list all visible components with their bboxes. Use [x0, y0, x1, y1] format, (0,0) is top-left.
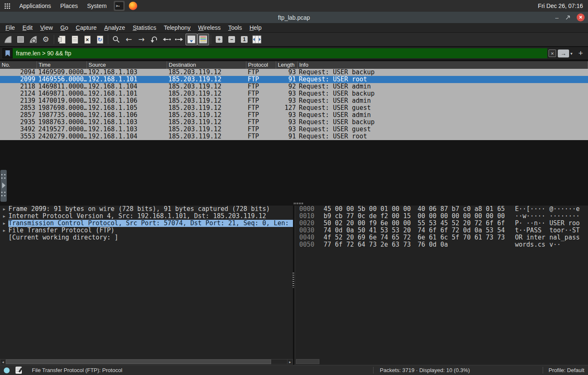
column-header-source[interactable]: Source	[87, 61, 167, 69]
menu-help[interactable]: Help	[246, 24, 265, 31]
hex-row[interactable]: 0010b9 cb 77 0c de f2 00 1500 00 00 00 0…	[295, 213, 588, 220]
packet-row[interactable]: 35532420279.0000…192.168.1.104185.203.11…	[0, 133, 588, 140]
column-header-destination[interactable]: Destination	[167, 61, 246, 69]
filter-dropdown-chevron-icon[interactable]: ▾	[570, 51, 572, 56]
open-file-icon[interactable]	[56, 34, 68, 45]
menu-statistics[interactable]: Statistics	[129, 24, 160, 31]
cell-dst: 185.203.119.12	[167, 126, 246, 133]
menu-go[interactable]: Go	[57, 24, 72, 31]
packet-row[interactable]: 21181469811.0000…192.168.1.104185.203.11…	[0, 83, 588, 90]
detail-line[interactable]: ▸File Transfer Protocol (FTP)	[0, 227, 293, 234]
capture-options-icon[interactable]: ⚙	[39, 34, 52, 45]
packet-row[interactable]: 28571987735.0000…192.168.1.106185.203.11…	[0, 112, 588, 119]
packet-row[interactable]: 34922419527.0000…192.168.1.103185.203.11…	[0, 126, 588, 133]
pane-splitter-dots[interactable]	[294, 203, 303, 204]
desktop-menu-system[interactable]: System	[83, 3, 112, 9]
cell-info: Request: USER backup	[298, 69, 588, 76]
menu-tools[interactable]: Tools	[225, 24, 246, 31]
detail-line[interactable]: ▸Transmission Control Protocol, Src Port…	[0, 220, 293, 227]
expander-icon[interactable]: ▸	[0, 206, 8, 213]
zoom-out-icon[interactable]: −	[225, 34, 238, 45]
start-capture-icon[interactable]	[2, 34, 14, 45]
details-h-scrollbar[interactable]: ◂ ▸	[0, 359, 293, 365]
save-file-icon[interactable]	[68, 34, 81, 45]
close-file-icon[interactable]: ×	[81, 34, 94, 45]
apps-grid-icon[interactable]	[4, 3, 10, 9]
restore-button[interactable]	[564, 13, 572, 22]
firefox-icon[interactable]	[129, 2, 137, 10]
status-profile[interactable]: Profile: Default	[549, 367, 584, 373]
packet-row[interactable]: 20991469556.0000…192.168.1.101185.203.11…	[0, 76, 588, 83]
zoom-original-icon[interactable]: 1	[238, 34, 251, 45]
zoom-in-icon[interactable]: +	[213, 34, 225, 45]
menu-edit[interactable]: Edit	[19, 24, 37, 31]
resize-columns-icon[interactable]	[251, 34, 263, 45]
packet-row[interactable]: 29351988763.0000…192.168.1.103185.203.11…	[0, 119, 588, 126]
find-packet-icon[interactable]	[110, 34, 123, 45]
column-header-no[interactable]: No.	[0, 61, 37, 69]
pane-splitter-handle[interactable]	[0, 170, 7, 202]
expert-info-icon[interactable]	[4, 367, 10, 373]
detail-line[interactable]: ▸Internet Protocol Version 4, Src: 192.1…	[0, 213, 293, 220]
capture-comment-icon[interactable]	[16, 367, 22, 374]
menu-wireless[interactable]: Wireless	[194, 24, 225, 31]
go-last-packet-icon[interactable]	[173, 34, 186, 45]
hex-row[interactable]: 00404f 52 20 69 6e 74 65 726e 61 6c 5f 7…	[295, 234, 588, 241]
menu-view[interactable]: View	[37, 24, 57, 31]
filter-apply-button[interactable]: →	[558, 49, 569, 57]
expander-icon[interactable]: ▸	[0, 220, 8, 227]
packet-row[interactable]: 28531987698.0000…192.168.1.105185.203.11…	[0, 104, 588, 112]
hex-bytes: 76 0d 0a	[418, 241, 448, 248]
cell-len: 91	[276, 76, 298, 83]
hex-offset: 0020	[299, 220, 314, 227]
terminal-launcher[interactable]: >-	[114, 1, 125, 11]
go-forward-icon[interactable]: →	[135, 34, 148, 45]
desktop-menu-places[interactable]: Places	[56, 3, 83, 9]
close-icon[interactable]: ✕	[577, 13, 585, 21]
menu-file[interactable]: File	[2, 24, 19, 31]
reload-file-icon[interactable]: ↻	[94, 34, 106, 45]
colorize-toggle[interactable]	[197, 34, 209, 45]
desktop-menu-applications[interactable]: Applications	[15, 3, 56, 9]
go-back-icon[interactable]: ←	[123, 34, 135, 45]
column-header-length[interactable]: Length	[276, 61, 298, 69]
pane-splitter-dots[interactable]	[293, 273, 294, 288]
stop-capture-icon[interactable]	[14, 34, 27, 45]
hex-ascii: v··	[549, 241, 561, 248]
filter-bookmark-button[interactable]	[3, 48, 13, 58]
minimize-button[interactable]: –	[553, 13, 561, 22]
restart-capture-icon[interactable]	[27, 34, 39, 45]
toolbar-separator	[54, 35, 54, 44]
hex-row[interactable]: 000045 00 00 5b 00 01 00 0040 06 87 b7 c…	[295, 206, 588, 213]
detail-line[interactable]: ▸Frame 2099: 91 bytes on wire (728 bits)…	[0, 206, 293, 213]
expander-icon[interactable]: ▸	[0, 227, 8, 234]
menu-telephony[interactable]: Telephony	[160, 24, 194, 31]
hex-row[interactable]: 002050 02 20 00 f9 6e 00 0055 53 45 52 2…	[295, 220, 588, 227]
filter-add-button[interactable]: +	[578, 49, 583, 58]
display-filter-input[interactable]: frame.len > 90 && ftp	[13, 48, 547, 58]
detail-line[interactable]: [Current working directory: ]	[0, 234, 293, 241]
go-first-packet-icon[interactable]	[160, 34, 173, 45]
packet-row[interactable]: 20941469509.0000…192.168.1.103185.203.11…	[0, 69, 588, 76]
clock[interactable]: Fri Dec 26, 07:16	[538, 3, 588, 9]
scroll-left-icon[interactable]: ◂	[0, 359, 6, 364]
column-header-info[interactable]: Info	[298, 61, 588, 69]
menu-analyze[interactable]: Analyze	[100, 24, 129, 31]
hex-row[interactable]: 003074 0d 0a 50 41 53 53 2074 6f 6f 72 0…	[295, 227, 588, 234]
filter-clear-button[interactable]: ×	[549, 49, 556, 57]
menu-capture[interactable]: Capture	[72, 24, 101, 31]
hex-row[interactable]: 005077 6f 72 64 73 2e 63 7376 0d 0awords…	[295, 241, 588, 248]
cell-no: 3553	[0, 133, 37, 140]
auto-scroll-toggle[interactable]	[186, 34, 197, 45]
packet-row[interactable]: 21241469871.0000…192.168.1.101185.203.11…	[0, 90, 588, 97]
column-header-time[interactable]: Time	[37, 61, 87, 69]
scrollbar-thumb[interactable]	[6, 359, 271, 364]
menu-bar: FileEditViewGoCaptureAnalyzeStatisticsTe…	[0, 23, 588, 33]
packet-row[interactable]: 21391470019.0000…192.168.1.106185.203.11…	[0, 97, 588, 104]
cell-no: 2118	[0, 83, 37, 90]
hex-scrollbar-thumb[interactable]	[296, 359, 319, 364]
column-header-protocol[interactable]: Protocol	[246, 61, 276, 69]
scroll-right-icon[interactable]: ▸	[287, 359, 293, 364]
go-to-packet-icon[interactable]	[148, 34, 160, 45]
expander-icon[interactable]: ▸	[0, 213, 8, 220]
